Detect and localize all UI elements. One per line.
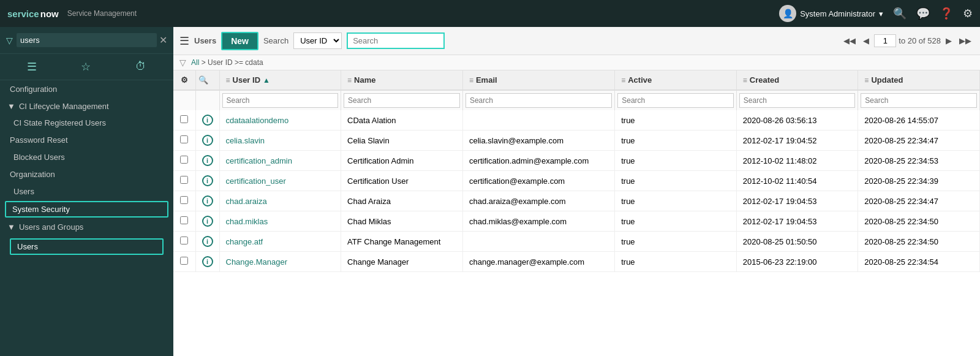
- user-id-link[interactable]: chad.araiza: [226, 197, 267, 206]
- row-updated: 2020-08-25 22:34:50: [858, 211, 980, 232]
- toolbar-search-input[interactable]: [347, 32, 445, 49]
- row-email: chad.araiza@example.com: [462, 191, 614, 211]
- user-menu[interactable]: 👤 System Administrator ▾: [779, 5, 883, 22]
- info-icon[interactable]: i: [202, 115, 213, 126]
- users-table: ⚙ 🔍 ≡ User ID ▲ ≡ Name: [173, 70, 980, 272]
- user-id-link[interactable]: chad.miklas: [226, 217, 268, 226]
- first-page-button[interactable]: ◀◀: [841, 35, 858, 47]
- row-active: true: [615, 151, 737, 171]
- search-name-input[interactable]: [344, 93, 460, 108]
- sidebar-item-password-reset[interactable]: Password Reset: [0, 131, 173, 149]
- last-page-button[interactable]: ▶▶: [957, 35, 974, 47]
- info-icon[interactable]: i: [202, 256, 213, 267]
- sidebar-item-system-security[interactable]: System Security: [5, 201, 168, 218]
- col-settings[interactable]: ⚙: [173, 70, 195, 90]
- row-checkbox[interactable]: [180, 176, 188, 184]
- row-checkbox[interactable]: [180, 237, 188, 244]
- user-name: System Administrator: [800, 9, 875, 18]
- row-email: celia.slavin@example.com: [462, 131, 614, 151]
- row-created: 2012-02-17 19:04:52: [736, 131, 858, 151]
- row-user-id: celia.slavin: [219, 131, 341, 151]
- chat-icon[interactable]: 💬: [916, 7, 930, 20]
- sidebar-item-ci-state[interactable]: CI State Registered Users: [0, 115, 173, 131]
- user-id-link[interactable]: celia.slavin: [226, 136, 265, 145]
- row-active: true: [615, 110, 737, 131]
- sort-asc-icon[interactable]: ▲: [263, 76, 270, 85]
- main-layout: ▽ ✕ ☰ ☆ ⏱ Configuration ▼ CI Lifecycle M…: [0, 27, 980, 356]
- row-active: true: [615, 232, 737, 252]
- row-updated: 2020-08-25 22:34:54: [858, 252, 980, 272]
- row-info-cell: i: [195, 191, 219, 211]
- row-created: 2012-02-17 19:04:53: [736, 211, 858, 232]
- filter-all-link[interactable]: All: [191, 58, 199, 67]
- sidebar-star-icon[interactable]: ☆: [81, 60, 91, 74]
- search-icon[interactable]: 🔍: [893, 7, 907, 20]
- row-checkbox[interactable]: [180, 115, 188, 123]
- sidebar-history-icon[interactable]: ⏱: [135, 60, 146, 74]
- toolbar-filter-select[interactable]: User ID Name Email: [293, 32, 342, 49]
- search-user-id-input[interactable]: [222, 93, 339, 108]
- user-id-link[interactable]: Change.Manager: [226, 257, 287, 267]
- row-updated: 2020-08-25 22:34:50: [858, 232, 980, 252]
- user-id-link[interactable]: certification_user: [226, 176, 286, 186]
- search-email-input[interactable]: [466, 93, 612, 108]
- sidebar-search-area: ▽ ✕: [0, 27, 173, 54]
- sidebar-icons-row: ☰ ☆ ⏱: [0, 54, 173, 80]
- col-search-icon[interactable]: 🔍: [195, 70, 219, 90]
- col-updated: ≡ Updated: [858, 70, 980, 90]
- row-checkbox[interactable]: [180, 257, 188, 265]
- sidebar-item-configuration[interactable]: Configuration: [0, 80, 173, 98]
- info-icon[interactable]: i: [202, 175, 213, 186]
- row-checkbox[interactable]: [180, 216, 188, 224]
- sidebar-clear-button[interactable]: ✕: [159, 34, 167, 46]
- info-icon[interactable]: i: [202, 236, 213, 247]
- sidebar: ▽ ✕ ☰ ☆ ⏱ Configuration ▼ CI Lifecycle M…: [0, 27, 173, 356]
- user-id-link[interactable]: certification_admin: [226, 156, 292, 165]
- row-checkbox[interactable]: [180, 135, 188, 143]
- row-checkbox[interactable]: [180, 156, 188, 164]
- info-icon[interactable]: i: [202, 155, 213, 166]
- col-name-label: Name: [354, 75, 375, 85]
- row-name: Celia Slavin: [341, 131, 463, 151]
- help-icon[interactable]: ❓: [940, 7, 953, 20]
- sidebar-filter-icon: ▽: [6, 36, 13, 45]
- table-row: icertification_userCertification Usercer…: [173, 171, 980, 191]
- search-created-cell: [736, 90, 858, 110]
- search-updated-input[interactable]: [861, 93, 977, 108]
- row-name: Certification User: [341, 171, 463, 191]
- next-page-button[interactable]: ▶: [943, 35, 954, 47]
- page-number-input[interactable]: [874, 34, 896, 47]
- user-id-link[interactable]: change.atf: [226, 237, 263, 246]
- prev-page-button[interactable]: ◀: [861, 35, 872, 47]
- settings-icon[interactable]: ⚙: [963, 7, 973, 20]
- row-name: ATF Change Management: [341, 232, 463, 252]
- search-created-input[interactable]: [739, 93, 856, 108]
- row-updated: 2020-08-25 22:34:47: [858, 191, 980, 211]
- new-button[interactable]: New: [221, 32, 258, 50]
- row-active: true: [615, 252, 737, 272]
- info-icon[interactable]: i: [202, 135, 213, 146]
- row-checkbox[interactable]: [180, 196, 188, 204]
- row-email: [462, 232, 614, 252]
- sidebar-group-ci-lifecycle[interactable]: ▼ CI Lifecycle Management: [0, 98, 173, 115]
- sidebar-group-users-label: Users and Groups: [19, 222, 84, 232]
- row-settings-cell: [173, 131, 195, 151]
- row-updated: 2020-08-25 22:34:53: [858, 151, 980, 171]
- sidebar-search-input[interactable]: [17, 33, 157, 47]
- column-header-row: ⚙ 🔍 ≡ User ID ▲ ≡ Name: [173, 70, 980, 90]
- sidebar-item-organization[interactable]: Organization: [0, 165, 173, 183]
- search-active-input[interactable]: [617, 93, 734, 108]
- table-row: ichad.miklasChad Miklaschad.miklas@examp…: [173, 211, 980, 232]
- sidebar-item-users[interactable]: Users: [10, 238, 164, 255]
- info-icon[interactable]: i: [202, 216, 213, 227]
- sidebar-group-users-groups[interactable]: ▼ Users and Groups: [0, 219, 173, 235]
- info-icon[interactable]: i: [202, 195, 213, 206]
- row-email: [462, 110, 614, 131]
- sidebar-item-users-org[interactable]: Users: [0, 183, 173, 200]
- search-updated-cell: [858, 90, 980, 110]
- user-id-link[interactable]: cdataalationdemo: [226, 116, 289, 125]
- sidebar-item-blocked-users[interactable]: Blocked Users: [0, 149, 173, 165]
- hamburger-button[interactable]: ☰: [179, 34, 189, 48]
- row-settings-cell: [173, 110, 195, 131]
- sidebar-page-icon[interactable]: ☰: [27, 60, 37, 74]
